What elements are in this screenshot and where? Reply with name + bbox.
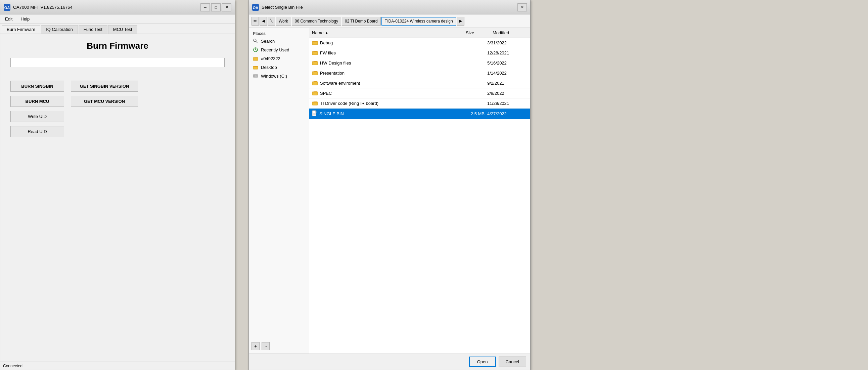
places-item-recent[interactable]: Recently Used	[249, 46, 309, 54]
file-path-input[interactable]	[10, 58, 225, 67]
folder-icon	[312, 70, 318, 76]
table-row[interactable]: Debug3/31/2022	[309, 38, 530, 48]
nav-back-button[interactable]: ◀	[259, 17, 267, 26]
files-header: Name ▲ Size Modified	[309, 28, 530, 38]
file-name-label: Software enviroment	[320, 81, 460, 86]
breadcrumb-bar: ✏ ◀ ╲ Work 06 Common Technology 02 TI De…	[249, 15, 530, 28]
chevron-left-icon: ◀	[262, 19, 265, 23]
minimize-button[interactable]: ─	[200, 3, 210, 11]
breadcrumb-work[interactable]: Work	[276, 17, 291, 26]
col-modified-label: Modified	[493, 30, 509, 35]
btn-row-4: Read UID	[10, 126, 225, 137]
tab-burn-firmware[interactable]: Burn Firmware	[2, 25, 40, 34]
chevron-right-icon: ▶	[459, 19, 462, 23]
buttons-grid: BURN SINGBIN GET SINGBIN VERSION BURN MC…	[10, 81, 225, 137]
left-window-title: OA7000 MFT V1.82575.16764	[13, 5, 72, 10]
menu-bar: Edit Help	[0, 15, 235, 24]
right-close-button[interactable]: ✕	[518, 3, 527, 11]
svg-point-13	[254, 76, 255, 77]
places-label: Places	[249, 29, 309, 37]
tab-func-test[interactable]: Func Test	[79, 25, 107, 34]
breadcrumb-tida[interactable]: TIDA-010224 Wireless camera design	[381, 17, 456, 26]
close-button[interactable]: ✕	[222, 3, 231, 11]
table-row[interactable]: TI Driver code (Ring IR board)11/29/2021	[309, 98, 530, 109]
file-name-label: SINGLE.BIN	[319, 111, 460, 116]
file-icon	[312, 110, 317, 117]
dialog-app-icon: OA	[252, 4, 259, 11]
toolbar-pencil-button[interactable]: ✏	[251, 17, 259, 26]
btn-row-3: Write UID	[10, 111, 225, 122]
places-item-search[interactable]: Search	[249, 37, 309, 46]
read-uid-button[interactable]: Read UID	[10, 126, 64, 137]
file-date-label: 4/27/2022	[487, 111, 528, 116]
get-mcu-version-button[interactable]: GET MCU VERSION	[71, 96, 138, 107]
places-search-label: Search	[261, 39, 275, 44]
col-header-name[interactable]: Name ▲	[309, 29, 463, 36]
user-folder-icon	[253, 56, 258, 61]
table-row[interactable]: SINGLE.BIN2.5 MB4/27/2022	[309, 109, 530, 119]
table-row[interactable]: HW Design files5/16/2022	[309, 58, 530, 68]
ellipsis-icon: ···	[265, 344, 266, 348]
pencil-icon: ✏	[253, 19, 257, 24]
file-name-label: FW files	[320, 50, 460, 55]
file-date-label: 11/29/2021	[487, 101, 528, 106]
nav-more-button[interactable]: ▶	[457, 17, 464, 26]
cancel-button[interactable]: Cancel	[499, 357, 526, 367]
svg-text:OA: OA	[253, 6, 258, 10]
burn-singbin-button[interactable]: BURN SINGBIN	[10, 81, 64, 92]
burn-mcu-button[interactable]: BURN MCU	[10, 96, 64, 107]
table-row[interactable]: SPEC2/9/2022	[309, 88, 530, 98]
col-header-modified[interactable]: Modified	[490, 29, 530, 36]
tab-iq-calibration[interactable]: IQ Calibration	[41, 25, 78, 34]
table-row[interactable]: Presentation1/14/2022	[309, 68, 530, 78]
file-date-label: 3/31/2022	[487, 40, 528, 46]
options-button[interactable]: ···	[261, 342, 270, 350]
plus-icon: +	[254, 343, 257, 349]
svg-line-8	[255, 50, 256, 50]
left-title-bar: OA OA7000 MFT V1.82575.16764 ─ □ ✕	[0, 0, 235, 15]
get-singbin-version-button[interactable]: GET SINGBIN VERSION	[71, 81, 138, 92]
col-size-label: Size	[466, 30, 474, 35]
add-place-button[interactable]: +	[251, 342, 259, 350]
open-button[interactable]: Open	[469, 357, 496, 367]
table-row[interactable]: FW files12/28/2021	[309, 48, 530, 58]
maximize-button[interactable]: □	[211, 3, 221, 11]
right-window: OA Select Single Bin File ✕ ✏ ◀ ╲ Work 0…	[248, 0, 530, 370]
right-window-title: Select Single Bin File	[261, 5, 303, 10]
svg-point-4	[253, 39, 256, 42]
files-list: Debug3/31/2022 FW files12/28/2021 HW Des…	[309, 38, 530, 353]
dialog-footer: Open Cancel	[249, 353, 530, 370]
file-date-label: 2/9/2022	[487, 91, 528, 96]
right-window-controls: ✕	[518, 3, 527, 11]
places-panel: Places Search Recently Used	[249, 28, 309, 353]
breadcrumb-02-ti-demo[interactable]: 02 TI Demo Board	[342, 17, 381, 26]
left-content: Burn Firmware BURN SINGBIN GET SINGBIN V…	[0, 34, 235, 362]
places-item-drive[interactable]: Windows (C:)	[249, 72, 309, 80]
places-item-user[interactable]: a0492322	[249, 54, 309, 63]
tab-mcu-test[interactable]: MCU Test	[108, 25, 137, 34]
places-desktop-label: Desktop	[261, 65, 277, 70]
folder-icon	[312, 80, 318, 86]
menu-help[interactable]: Help	[19, 16, 32, 22]
minimize-icon: ─	[204, 5, 207, 9]
page-title: Burn Firmware	[10, 41, 225, 51]
table-row[interactable]: Software enviroment9/2/2021	[309, 78, 530, 88]
places-drive-label: Windows (C:)	[261, 74, 287, 79]
file-name-label: Presentation	[320, 70, 460, 76]
places-item-desktop[interactable]: Desktop	[249, 63, 309, 72]
maximize-icon: □	[215, 5, 217, 9]
breadcrumb-06-common[interactable]: 06 Common Technology	[292, 17, 341, 26]
nav-forward-button[interactable]: ╲	[268, 17, 275, 26]
folder-icon	[312, 50, 318, 56]
svg-text:OA: OA	[4, 6, 10, 10]
col-header-size[interactable]: Size	[463, 29, 490, 36]
clock-icon	[253, 47, 258, 52]
files-panel: Name ▲ Size Modified Debug3/31/2022 FW	[309, 28, 530, 353]
write-uid-button[interactable]: Write UID	[10, 111, 64, 122]
tabs-bar: Burn Firmware IQ Calibration Func Test M…	[0, 24, 235, 34]
status-text: Connected	[3, 364, 23, 368]
sort-asc-icon: ▲	[325, 31, 329, 35]
file-size-label: 2.5 MB	[460, 111, 487, 116]
menu-edit[interactable]: Edit	[3, 16, 14, 22]
btn-row-1: BURN SINGBIN GET SINGBIN VERSION	[10, 81, 225, 92]
